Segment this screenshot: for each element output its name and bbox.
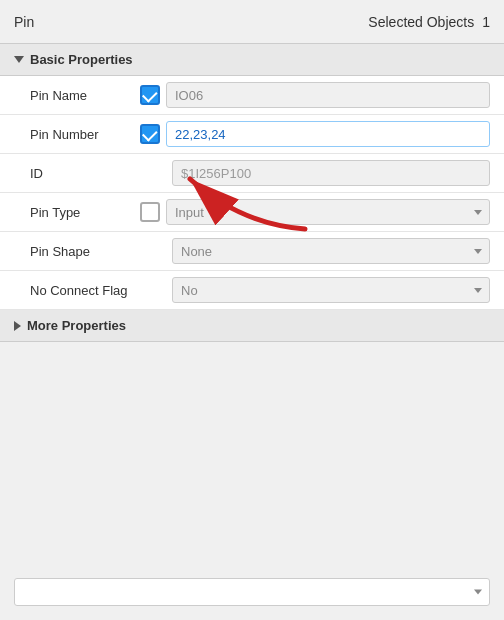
id-input[interactable] xyxy=(172,160,490,186)
selected-count: 1 xyxy=(482,14,490,30)
pin-type-label: Pin Type xyxy=(30,205,140,220)
pin-name-input[interactable] xyxy=(166,82,490,108)
selected-objects-info: Selected Objects 1 xyxy=(368,14,490,30)
id-row: ID xyxy=(0,154,504,193)
no-connect-flag-label: No Connect Flag xyxy=(30,283,140,298)
no-connect-flag-row: No Connect Flag No Yes xyxy=(0,271,504,310)
expand-icon xyxy=(14,321,21,331)
bottom-dropdown-area xyxy=(14,578,490,606)
panel-header: Pin Selected Objects 1 xyxy=(0,0,504,44)
pin-type-row: Pin Type Input Output Bidirectional Pass… xyxy=(0,193,504,232)
bottom-select[interactable] xyxy=(14,578,490,606)
pin-number-controls xyxy=(140,121,490,147)
id-label: ID xyxy=(30,166,140,181)
collapse-icon xyxy=(14,56,24,63)
pin-shape-select[interactable]: None Line Inverted xyxy=(172,238,490,264)
basic-properties-label: Basic Properties xyxy=(30,52,133,67)
pin-shape-controls: None Line Inverted xyxy=(140,238,490,264)
pin-number-label: Pin Number xyxy=(30,127,140,142)
pin-name-controls xyxy=(140,82,490,108)
pin-type-select-wrapper: Input Output Bidirectional Passive xyxy=(166,199,490,225)
pin-shape-row: Pin Shape None Line Inverted xyxy=(0,232,504,271)
more-properties-header[interactable]: More Properties xyxy=(0,310,504,342)
main-content: Basic Properties Pin Name Pin Number ID xyxy=(0,44,504,342)
basic-properties-section: Pin Name Pin Number ID Pin Type xyxy=(0,76,504,310)
basic-properties-header[interactable]: Basic Properties xyxy=(0,44,504,76)
pin-number-row: Pin Number xyxy=(0,115,504,154)
pin-type-select[interactable]: Input Output Bidirectional Passive xyxy=(166,199,490,225)
pin-name-label: Pin Name xyxy=(30,88,140,103)
pin-name-checkbox[interactable] xyxy=(140,85,160,105)
bottom-select-wrapper xyxy=(14,578,490,606)
more-properties-label: More Properties xyxy=(27,318,126,333)
id-controls xyxy=(140,160,490,186)
pin-name-row: Pin Name xyxy=(0,76,504,115)
no-connect-flag-select-wrapper: No Yes xyxy=(172,277,490,303)
pin-shape-label: Pin Shape xyxy=(30,244,140,259)
pin-label: Pin xyxy=(14,14,34,30)
pin-number-input[interactable] xyxy=(166,121,490,147)
no-connect-flag-select[interactable]: No Yes xyxy=(172,277,490,303)
pin-type-checkbox[interactable] xyxy=(140,202,160,222)
pin-type-controls: Input Output Bidirectional Passive xyxy=(140,199,490,225)
no-connect-flag-controls: No Yes xyxy=(140,277,490,303)
selected-objects-label: Selected Objects xyxy=(368,14,474,30)
pin-shape-select-wrapper: None Line Inverted xyxy=(172,238,490,264)
pin-number-checkbox[interactable] xyxy=(140,124,160,144)
